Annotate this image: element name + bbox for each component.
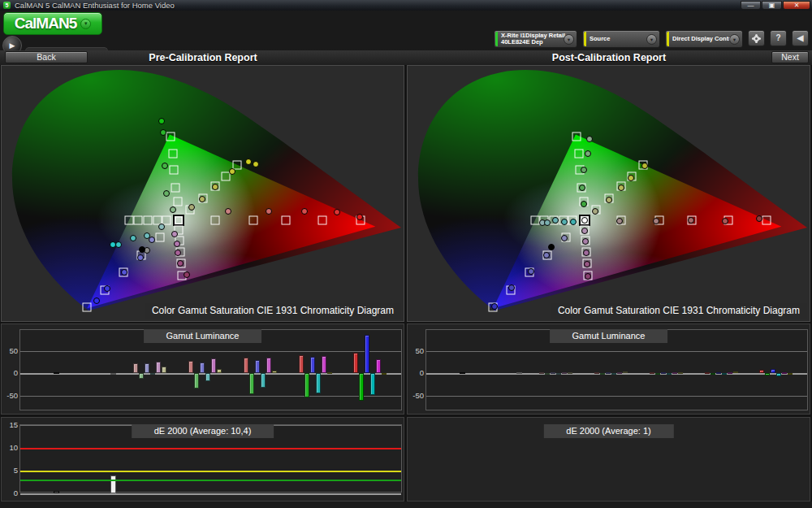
measured-point <box>585 150 591 157</box>
window-title: CalMAN 5 CalMAN Enthusiast for Home Vide… <box>15 1 175 10</box>
measured-point <box>177 260 184 267</box>
bar <box>623 371 628 373</box>
settings-button[interactable] <box>748 30 765 46</box>
measured-point <box>548 244 555 250</box>
meter-dropdown[interactable]: X-Rite i1Display Retail40LE824E Dep ▼ <box>494 30 577 48</box>
minimize-button[interactable]: — <box>741 1 761 10</box>
chart-title: dE 2000 (Average: 1) <box>543 424 673 438</box>
target-square <box>211 216 220 225</box>
target-square <box>575 150 584 158</box>
pre-calibration-title: Pre-Calibration Report <box>149 52 257 63</box>
y-axis-label: 0 <box>2 488 18 497</box>
measured-point <box>508 284 515 291</box>
measured-point <box>616 218 623 224</box>
bar <box>606 372 611 374</box>
chart-title: Gamut Luminance <box>144 329 262 343</box>
bar <box>556 373 561 375</box>
cie-caption: Color Gamut Saturation CIE 1931 Chromati… <box>551 303 807 319</box>
bar <box>205 373 210 381</box>
bar <box>516 372 522 374</box>
bar <box>678 372 683 374</box>
gridline--50 <box>20 396 401 397</box>
bar <box>156 362 161 373</box>
target-square <box>83 303 92 312</box>
bar <box>255 360 260 373</box>
measured-point <box>581 228 588 234</box>
chevron-down-icon[interactable]: ▼ <box>646 34 657 45</box>
next-button[interactable]: Next <box>771 51 809 63</box>
taskbar-sliver <box>0 501 812 508</box>
gridline-0 <box>20 373 401 375</box>
measured-point <box>199 196 205 202</box>
measured-point <box>130 235 136 241</box>
gridline--50 <box>426 396 807 397</box>
bar <box>200 363 205 373</box>
help-button[interactable]: ? <box>770 30 787 46</box>
bar <box>594 372 599 374</box>
y-axis-label: -50 <box>408 390 424 399</box>
measured-point <box>688 217 694 224</box>
close-button[interactable]: ✕ <box>783 1 810 10</box>
bar <box>217 369 222 373</box>
cie-diagram-pre: Color Gamut Saturation CIE 1931 Chromati… <box>1 65 404 322</box>
measured-point <box>175 250 181 256</box>
bar <box>272 371 277 373</box>
target-square <box>318 216 327 225</box>
target-square <box>174 198 183 206</box>
bar <box>139 373 144 379</box>
bar <box>765 373 770 376</box>
bar <box>771 369 775 374</box>
y-axis-label: 5 <box>2 466 18 475</box>
bar <box>299 355 304 373</box>
chevron-down-icon[interactable]: ▼ <box>729 34 740 45</box>
logo-dropdown-icon[interactable]: ▼ <box>80 19 91 29</box>
measured-point <box>570 219 577 225</box>
chevron-down-icon[interactable]: ▼ <box>564 34 574 45</box>
bar <box>145 363 149 373</box>
measured-point <box>356 214 363 220</box>
display-status-stripe <box>667 32 669 46</box>
bar <box>759 370 764 373</box>
reference-line-10 <box>20 448 401 449</box>
bar <box>133 363 138 373</box>
maximize-button[interactable]: ▣ <box>762 1 782 10</box>
target-square <box>282 216 291 225</box>
bar <box>110 373 116 375</box>
source-dropdown[interactable]: Source ▼ <box>582 30 660 48</box>
y-axis-label: 10 <box>2 443 18 452</box>
bar <box>600 373 605 375</box>
bar <box>110 475 116 493</box>
measured-point <box>163 190 170 197</box>
measured-point <box>229 168 235 175</box>
back-button[interactable]: Back <box>5 51 88 63</box>
target-square <box>144 216 153 225</box>
measured-point <box>544 219 551 226</box>
bar <box>370 373 375 395</box>
target-square <box>762 216 771 225</box>
app-header: CalMAN5 ▼ ▶ 5-Point Saturation + X-Rite … <box>0 11 812 50</box>
bar <box>359 373 364 401</box>
target-square <box>572 132 581 141</box>
target-square <box>531 216 540 225</box>
bar <box>667 373 672 375</box>
calman-logo[interactable]: CalMAN5 ▼ <box>3 12 102 35</box>
collapse-panel-button[interactable]: ◀ <box>792 30 809 46</box>
measured-point <box>581 201 587 207</box>
bar <box>249 373 254 394</box>
bar <box>327 372 332 374</box>
display-control-dropdown[interactable]: Direct Display Control ▼ <box>665 30 743 48</box>
target-square <box>125 216 134 225</box>
reference-line-3 <box>20 480 401 481</box>
measured-point <box>528 268 534 275</box>
measured-point <box>653 218 659 224</box>
bar <box>551 372 555 374</box>
bar <box>539 372 544 374</box>
bar <box>244 358 248 373</box>
measured-point <box>253 161 259 167</box>
bar <box>54 372 59 374</box>
app-icon: 5 <box>3 2 11 9</box>
measured-point <box>301 208 308 215</box>
chart-title: Gamut Luminance <box>550 329 668 343</box>
target-square <box>249 216 258 225</box>
display-dropdown-label: Direct Display Control <box>672 36 736 43</box>
